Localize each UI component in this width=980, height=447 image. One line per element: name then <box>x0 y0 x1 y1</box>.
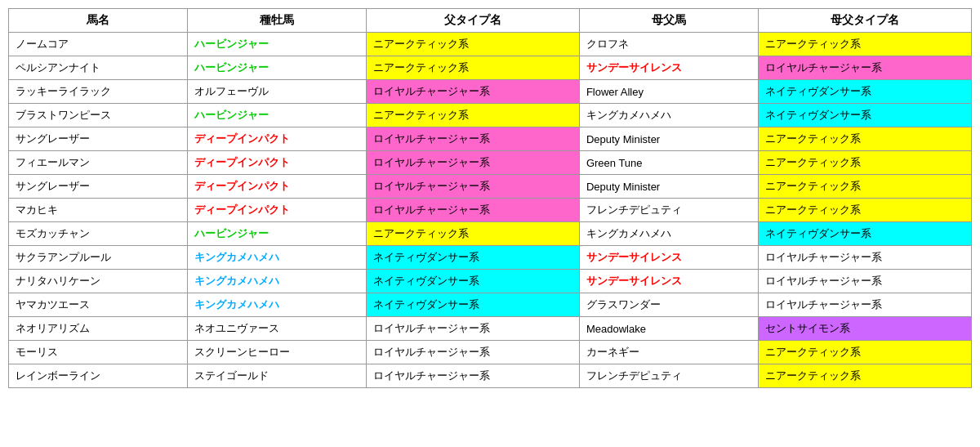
father-type: ネイティヴダンサー系 <box>366 293 579 317</box>
dam-sire-name: Flower Alley <box>579 80 758 104</box>
dam-father-type: ネイティヴダンサー系 <box>758 222 971 246</box>
father-type: ロイヤルチャージャー系 <box>366 175 579 199</box>
father-type: ロイヤルチャージャー系 <box>366 151 579 175</box>
table-row: ブラストワンピースハービンジャーニアークティック系キングカメハメハネイティヴダン… <box>9 104 972 127</box>
dam-father-type: ニアークティック系 <box>758 33 971 56</box>
sire-name: ディープインパクト <box>187 175 366 199</box>
dam-sire-name: サンデーサイレンス <box>579 56 758 80</box>
horse-name: ネオリアリズム <box>9 317 188 341</box>
father-type: ロイヤルチャージャー系 <box>366 127 579 151</box>
dam-sire-name: キングカメハメハ <box>579 222 758 246</box>
horse-name: ペルシアンナイト <box>9 56 188 80</box>
dam-father-type: ニアークティック系 <box>758 364 971 388</box>
dam-sire-name: フレンチデピュティ <box>579 364 758 388</box>
table-row: モーリススクリーンヒーローロイヤルチャージャー系カーネギーニアークティック系 <box>9 341 972 364</box>
column-header: 種牡馬 <box>187 9 366 33</box>
sire-name: スクリーンヒーロー <box>187 341 366 364</box>
sire-name: ハービンジャー <box>187 56 366 80</box>
column-header: 父タイプ名 <box>366 9 579 33</box>
table-row: モズカッチャンハービンジャーニアークティック系キングカメハメハネイティヴダンサー… <box>9 222 972 246</box>
horse-name: マカヒキ <box>9 199 188 222</box>
table-row: サングレーザーディープインパクトロイヤルチャージャー系Deputy Minist… <box>9 127 972 151</box>
horse-name: ノームコア <box>9 33 188 56</box>
table-row: ヤマカツエースキングカメハメハネイティヴダンサー系グラスワンダーロイヤルチャージ… <box>9 293 972 317</box>
table-row: ノームコアハービンジャーニアークティック系クロフネニアークティック系 <box>9 33 972 56</box>
father-type: ニアークティック系 <box>366 56 579 80</box>
dam-sire-name: Green Tune <box>579 151 758 175</box>
sire-name: ネオユニヴァース <box>187 317 366 341</box>
sire-name: ハービンジャー <box>187 222 366 246</box>
table-row: マカヒキディープインパクトロイヤルチャージャー系フレンチデピュティニアークティッ… <box>9 199 972 222</box>
dam-father-type: ニアークティック系 <box>758 341 971 364</box>
dam-father-type: ロイヤルチャージャー系 <box>758 293 971 317</box>
dam-sire-name: クロフネ <box>579 33 758 56</box>
horse-name: サングレーザー <box>9 127 188 151</box>
dam-sire-name: グラスワンダー <box>579 293 758 317</box>
horse-name: サクラアンプルール <box>9 246 188 270</box>
column-header: 母父馬 <box>579 9 758 33</box>
sire-name: キングカメハメハ <box>187 246 366 270</box>
dam-sire-name: キングカメハメハ <box>579 104 758 127</box>
sire-name: ディープインパクト <box>187 127 366 151</box>
father-type: ネイティヴダンサー系 <box>366 246 579 270</box>
dam-sire-name: フレンチデピュティ <box>579 199 758 222</box>
horse-name: ナリタハリケーン <box>9 270 188 293</box>
dam-father-type: ニアークティック系 <box>758 199 971 222</box>
dam-father-type: ニアークティック系 <box>758 127 971 151</box>
table-row: ペルシアンナイトハービンジャーニアークティック系サンデーサイレンスロイヤルチャー… <box>9 56 972 80</box>
sire-name: ハービンジャー <box>187 104 366 127</box>
horse-name: ラッキーライラック <box>9 80 188 104</box>
horse-name: モーリス <box>9 341 188 364</box>
column-header: 母父タイプ名 <box>758 9 971 33</box>
father-type: ニアークティック系 <box>366 104 579 127</box>
dam-father-type: ニアークティック系 <box>758 151 971 175</box>
table-row: ナリタハリケーンキングカメハメハネイティヴダンサー系サンデーサイレンスロイヤルチ… <box>9 270 972 293</box>
dam-father-type: ロイヤルチャージャー系 <box>758 246 971 270</box>
dam-sire-name: Meadowlake <box>579 317 758 341</box>
table-row: サングレーザーディープインパクトロイヤルチャージャー系Deputy Minist… <box>9 175 972 199</box>
dam-father-type: ネイティヴダンサー系 <box>758 104 971 127</box>
sire-name: ディープインパクト <box>187 151 366 175</box>
father-type: ロイヤルチャージャー系 <box>366 80 579 104</box>
table-row: ネオリアリズムネオユニヴァースロイヤルチャージャー系Meadowlakeセントサ… <box>9 317 972 341</box>
dam-sire-name: Deputy Minister <box>579 175 758 199</box>
table-row: レインボーラインステイゴールドロイヤルチャージャー系フレンチデピュティニアークテ… <box>9 364 972 388</box>
table-row: サクラアンプルールキングカメハメハネイティヴダンサー系サンデーサイレンスロイヤル… <box>9 246 972 270</box>
sire-name: オルフェーヴル <box>187 80 366 104</box>
dam-father-type: ロイヤルチャージャー系 <box>758 56 971 80</box>
father-type: ネイティヴダンサー系 <box>366 270 579 293</box>
dam-sire-name: サンデーサイレンス <box>579 246 758 270</box>
sire-name: キングカメハメハ <box>187 293 366 317</box>
horse-name: フィエールマン <box>9 151 188 175</box>
table-row: フィエールマンディープインパクトロイヤルチャージャー系Green Tuneニアー… <box>9 151 972 175</box>
sire-name: ステイゴールド <box>187 364 366 388</box>
column-header: 馬名 <box>9 9 188 33</box>
sire-name: キングカメハメハ <box>187 270 366 293</box>
horse-name: レインボーライン <box>9 364 188 388</box>
dam-father-type: ニアークティック系 <box>758 175 971 199</box>
father-type: ニアークティック系 <box>366 33 579 56</box>
father-type: ロイヤルチャージャー系 <box>366 364 579 388</box>
father-type: ロイヤルチャージャー系 <box>366 341 579 364</box>
dam-father-type: ロイヤルチャージャー系 <box>758 270 971 293</box>
father-type: ロイヤルチャージャー系 <box>366 199 579 222</box>
dam-father-type: セントサイモン系 <box>758 317 971 341</box>
horse-name: ヤマカツエース <box>9 293 188 317</box>
father-type: ニアークティック系 <box>366 222 579 246</box>
dam-sire-name: カーネギー <box>579 341 758 364</box>
dam-father-type: ネイティヴダンサー系 <box>758 80 971 104</box>
horse-name: モズカッチャン <box>9 222 188 246</box>
table-row: ラッキーライラックオルフェーヴルロイヤルチャージャー系Flower Alleyネ… <box>9 80 972 104</box>
sire-name: ハービンジャー <box>187 33 366 56</box>
dam-sire-name: サンデーサイレンス <box>579 270 758 293</box>
father-type: ロイヤルチャージャー系 <box>366 317 579 341</box>
horse-name: サングレーザー <box>9 175 188 199</box>
dam-sire-name: Deputy Minister <box>579 127 758 151</box>
horse-table: 馬名種牡馬父タイプ名母父馬母父タイプ名 ノームコアハービンジャーニアークティック… <box>8 8 972 388</box>
horse-name: ブラストワンピース <box>9 104 188 127</box>
sire-name: ディープインパクト <box>187 199 366 222</box>
